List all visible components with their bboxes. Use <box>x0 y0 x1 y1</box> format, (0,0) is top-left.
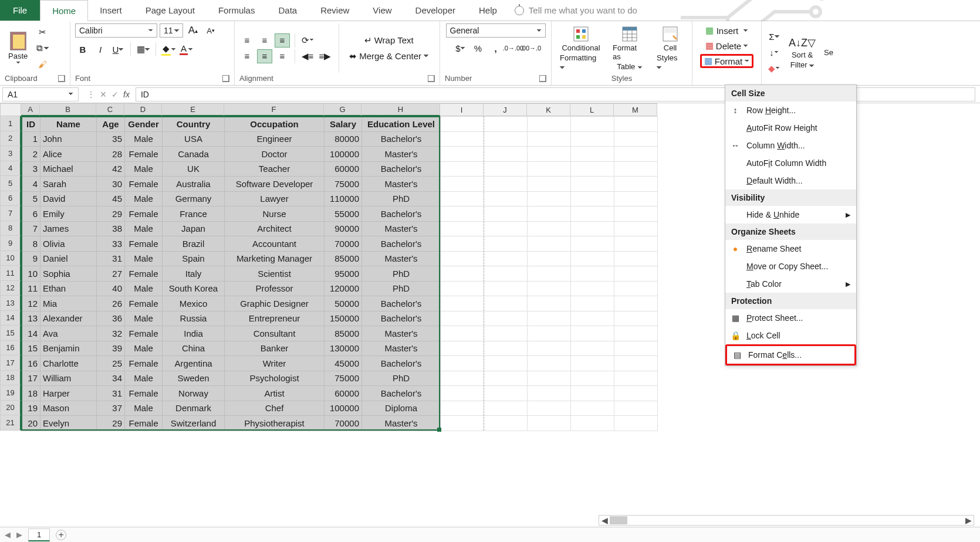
cell[interactable]: Bachelor's <box>362 236 441 252</box>
cell[interactable] <box>484 296 528 311</box>
cell[interactable] <box>528 311 571 326</box>
scroll-thumb[interactable] <box>610 516 627 524</box>
cell[interactable]: Argentina <box>163 356 225 371</box>
cell[interactable]: Australia <box>163 177 225 192</box>
find-select-button-partial[interactable]: Se <box>823 47 834 58</box>
cell[interactable]: Ava <box>40 326 97 341</box>
cell[interactable] <box>528 356 571 371</box>
cell[interactable]: Name <box>40 117 97 132</box>
cell[interactable]: Michael <box>40 161 97 177</box>
cell[interactable] <box>441 236 484 252</box>
cell[interactable] <box>528 266 571 282</box>
col-header-M[interactable]: M <box>614 103 657 116</box>
cell[interactable] <box>614 341 658 356</box>
cell[interactable]: Age <box>97 117 125 132</box>
cell[interactable]: Marketing Manager <box>225 251 325 266</box>
cell[interactable]: Canada <box>163 147 225 162</box>
cell[interactable]: Mexico <box>163 296 225 311</box>
row-header-2[interactable]: 2 <box>0 131 21 147</box>
tab-developer[interactable]: Developer <box>404 0 467 21</box>
cell[interactable]: Russia <box>163 311 225 326</box>
cell[interactable] <box>614 296 658 311</box>
sheet-nav-right[interactable]: ▶ <box>16 530 22 539</box>
cell[interactable]: 3 <box>22 161 40 177</box>
cell[interactable]: Consultant <box>225 326 325 341</box>
cell[interactable]: James <box>40 221 97 236</box>
align-left-button[interactable]: ≡ <box>239 49 255 63</box>
cell[interactable]: 18 <box>22 386 40 401</box>
cell[interactable]: 120000 <box>325 281 362 296</box>
row-header-15[interactable]: 15 <box>0 326 21 341</box>
cell[interactable]: Male <box>125 341 163 356</box>
cell[interactable]: Male <box>125 371 163 386</box>
font-launcher[interactable] <box>222 75 229 82</box>
cell[interactable]: Norway <box>163 386 225 401</box>
col-header-E[interactable]: E <box>162 103 224 116</box>
dd-row-height[interactable]: ↕Row Height... <box>725 101 856 119</box>
cell[interactable] <box>571 416 614 431</box>
cell[interactable]: Bachelor's <box>362 131 441 147</box>
cell[interactable]: Mia <box>40 296 97 311</box>
cell[interactable]: 4 <box>22 177 40 192</box>
cell[interactable] <box>484 266 528 282</box>
cell[interactable]: 33 <box>97 236 125 252</box>
cell[interactable] <box>614 221 658 236</box>
dd-autofit-row[interactable]: AutoFit Row Height <box>725 119 856 137</box>
row-header-19[interactable]: 19 <box>0 385 21 401</box>
cell[interactable]: India <box>163 326 225 341</box>
cell[interactable]: 15 <box>22 341 40 356</box>
cell[interactable]: 100000 <box>325 147 362 162</box>
underline-button[interactable]: U <box>110 42 126 56</box>
cell[interactable]: PhD <box>362 266 441 282</box>
fill-button[interactable]: ↓ <box>766 46 782 60</box>
cell[interactable]: Female <box>125 206 163 222</box>
cell[interactable]: Male <box>125 401 163 416</box>
cell[interactable]: 75000 <box>325 371 362 386</box>
cell[interactable] <box>571 341 614 356</box>
cell[interactable]: Benjamin <box>40 341 97 356</box>
cell[interactable] <box>484 131 528 147</box>
cell[interactable]: Male <box>125 311 163 326</box>
cell[interactable]: 19 <box>22 401 40 416</box>
cell[interactable] <box>441 371 484 386</box>
orientation-button[interactable]: ⟳ <box>300 33 315 48</box>
cell[interactable] <box>441 161 484 177</box>
sheet-tab-1[interactable]: 1 <box>28 529 50 541</box>
number-format-combo[interactable]: General <box>446 23 546 38</box>
cell[interactable]: Lawyer <box>225 191 325 206</box>
cell[interactable]: Evelyn <box>40 416 97 431</box>
cell[interactable]: 37 <box>97 401 125 416</box>
cell[interactable]: USA <box>163 131 225 147</box>
cell[interactable] <box>484 147 528 162</box>
cell[interactable] <box>614 161 658 177</box>
cell[interactable]: Emily <box>40 206 97 222</box>
cell[interactable]: Male <box>125 221 163 236</box>
cell[interactable]: 150000 <box>325 311 362 326</box>
cell[interactable]: Artist <box>225 386 325 401</box>
cell[interactable] <box>571 191 614 206</box>
cell[interactable]: 40 <box>97 281 125 296</box>
align-top-button[interactable]: ≡ <box>239 33 255 48</box>
cell[interactable]: 27 <box>97 266 125 282</box>
row-header-3[interactable]: 3 <box>0 146 21 161</box>
cell[interactable] <box>528 147 571 162</box>
cell[interactable]: 80000 <box>325 131 362 147</box>
cell[interactable]: Scientist <box>225 266 325 282</box>
tab-file[interactable]: File <box>0 0 40 21</box>
cell[interactable]: 10 <box>22 266 40 282</box>
italic-button[interactable]: I <box>93 42 108 56</box>
cell[interactable] <box>441 296 484 311</box>
cell[interactable]: 38 <box>97 221 125 236</box>
col-header-A[interactable]: A <box>21 103 40 116</box>
cell[interactable]: 28 <box>97 147 125 162</box>
cell[interactable]: Entrepreneur <box>225 311 325 326</box>
alignment-launcher[interactable] <box>428 75 435 82</box>
cell[interactable] <box>571 371 614 386</box>
cell[interactable] <box>441 416 484 431</box>
cell[interactable]: Spain <box>163 251 225 266</box>
format-as-table-button[interactable]: Format asTable <box>609 25 650 72</box>
cell[interactable] <box>441 386 484 401</box>
cell[interactable]: 17 <box>22 371 40 386</box>
cell[interactable]: 26 <box>97 296 125 311</box>
align-right-button[interactable]: ≡ <box>275 49 290 63</box>
